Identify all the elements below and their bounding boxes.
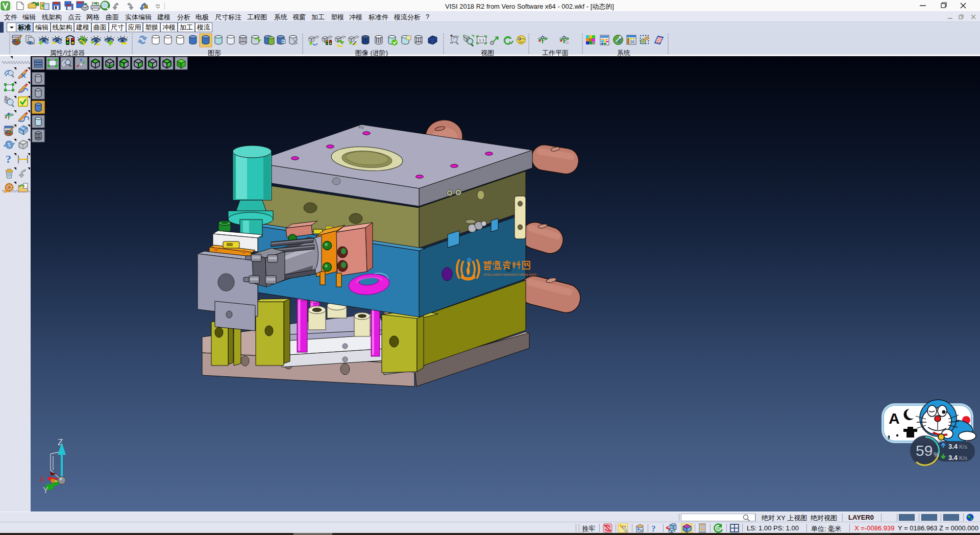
svg-text:K/s: K/s	[959, 444, 967, 450]
svg-text:3.4: 3.4	[948, 454, 958, 461]
svg-text:Y: Y	[43, 486, 48, 495]
svg-text:io: io	[640, 528, 643, 532]
svg-text:3.4: 3.4	[948, 443, 958, 450]
svg-text:A: A	[889, 410, 900, 427]
svg-text:%: %	[934, 451, 939, 458]
svg-text:X: X	[39, 475, 44, 483]
svg-text:INTELLIGENT MANUFACTURING DATA: INTELLIGENT MANUFACTURING DATA	[483, 273, 536, 276]
svg-text:59: 59	[916, 442, 933, 459]
svg-text:,: ,	[887, 426, 891, 440]
svg-text:?: ?	[651, 524, 656, 533]
svg-text:K/s: K/s	[959, 455, 967, 461]
